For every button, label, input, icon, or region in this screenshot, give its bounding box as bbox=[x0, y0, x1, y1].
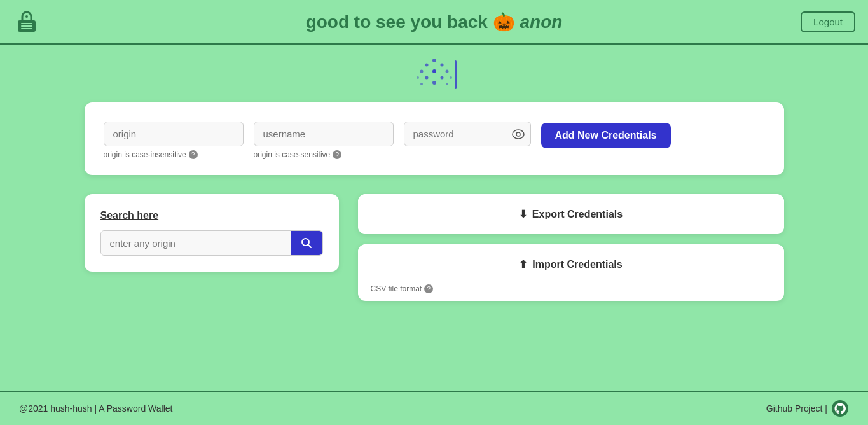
export-icon: ⬇ bbox=[519, 208, 527, 220]
username-group: origin is case-sensitive ? bbox=[254, 122, 394, 159]
credentials-form: origin is case-insensitive ? origin is c… bbox=[104, 122, 765, 159]
username-hint-icon[interactable]: ? bbox=[333, 150, 341, 159]
credentials-card: origin is case-insensitive ? origin is c… bbox=[85, 102, 784, 175]
header: good to see you back 🎃 anon Logout bbox=[0, 0, 868, 45]
svg-point-7 bbox=[440, 64, 443, 67]
github-link[interactable] bbox=[831, 400, 849, 417]
svg-point-15 bbox=[450, 76, 452, 79]
toggle-password-button[interactable] bbox=[512, 129, 525, 139]
search-label: Search here bbox=[100, 210, 323, 221]
import-card: ⬆ Import Credentials CSV file format ? bbox=[358, 244, 784, 301]
import-hint: CSV file format ? bbox=[358, 284, 784, 301]
pumpkin-emoji: 🎃 bbox=[493, 12, 515, 32]
svg-rect-1 bbox=[21, 23, 32, 24]
svg-point-4 bbox=[25, 15, 28, 18]
footer-right: Github Project | bbox=[766, 400, 849, 417]
password-group bbox=[404, 122, 531, 146]
svg-point-23 bbox=[832, 400, 848, 417]
action-cards: ⬇ Export Credentials ⬆ Import Credential… bbox=[358, 194, 784, 301]
svg-point-13 bbox=[432, 81, 436, 85]
search-card: Search here bbox=[85, 194, 339, 272]
svg-point-16 bbox=[420, 83, 423, 85]
username-hint: origin is case-sensitive ? bbox=[254, 150, 394, 159]
lock-icon bbox=[13, 8, 41, 36]
svg-point-5 bbox=[432, 59, 436, 62]
svg-point-14 bbox=[417, 76, 419, 79]
greeting-text: good to see you back bbox=[306, 12, 488, 32]
origin-input[interactable] bbox=[104, 122, 244, 146]
import-label: Import Credentials bbox=[532, 259, 622, 270]
svg-point-19 bbox=[513, 130, 524, 139]
origin-hint-icon[interactable]: ? bbox=[189, 150, 198, 159]
search-input[interactable] bbox=[101, 231, 291, 255]
search-icon bbox=[301, 237, 312, 249]
search-row bbox=[100, 230, 323, 256]
brand-logo bbox=[409, 57, 460, 92]
origin-group: origin is case-insensitive ? bbox=[104, 122, 244, 159]
logo bbox=[13, 8, 41, 36]
svg-point-8 bbox=[420, 70, 423, 73]
username-input[interactable] bbox=[254, 122, 394, 146]
svg-point-17 bbox=[446, 83, 448, 85]
export-label: Export Credentials bbox=[532, 209, 623, 220]
svg-line-22 bbox=[308, 245, 311, 248]
svg-rect-3 bbox=[21, 28, 32, 29]
export-card: ⬇ Export Credentials bbox=[358, 194, 784, 234]
github-icon bbox=[831, 400, 849, 417]
github-label: Github Project | bbox=[766, 403, 827, 414]
add-credentials-button[interactable]: Add New Credentials bbox=[541, 123, 671, 148]
export-button[interactable]: ⬇ Export Credentials bbox=[358, 194, 784, 234]
svg-point-20 bbox=[516, 132, 520, 136]
svg-point-6 bbox=[425, 64, 428, 67]
bottom-section: Search here ⬇ Export Credentials bbox=[85, 194, 784, 301]
username-text: anon bbox=[520, 12, 562, 32]
logout-button[interactable]: Logout bbox=[801, 11, 855, 32]
header-greeting: good to see you back 🎃 anon bbox=[306, 11, 563, 32]
origin-hint: origin is case-insensitive ? bbox=[104, 150, 244, 159]
search-button[interactable] bbox=[291, 231, 322, 255]
eye-icon bbox=[512, 129, 525, 139]
import-button[interactable]: ⬆ Import Credentials bbox=[358, 244, 784, 284]
svg-point-11 bbox=[425, 76, 428, 80]
svg-rect-2 bbox=[21, 25, 32, 27]
import-icon: ⬆ bbox=[519, 258, 527, 270]
svg-rect-18 bbox=[455, 60, 457, 89]
footer: @2021 hush-hush | A Password Wallet Gith… bbox=[0, 391, 868, 425]
dots-logo-svg bbox=[409, 57, 460, 92]
main-content: origin is case-insensitive ? origin is c… bbox=[0, 45, 868, 391]
footer-copyright: @2021 hush-hush | A Password Wallet bbox=[19, 403, 172, 414]
svg-point-9 bbox=[432, 69, 436, 73]
svg-point-12 bbox=[440, 76, 443, 80]
svg-point-10 bbox=[445, 70, 448, 73]
import-hint-icon[interactable]: ? bbox=[424, 284, 433, 293]
password-wrapper bbox=[404, 122, 531, 146]
